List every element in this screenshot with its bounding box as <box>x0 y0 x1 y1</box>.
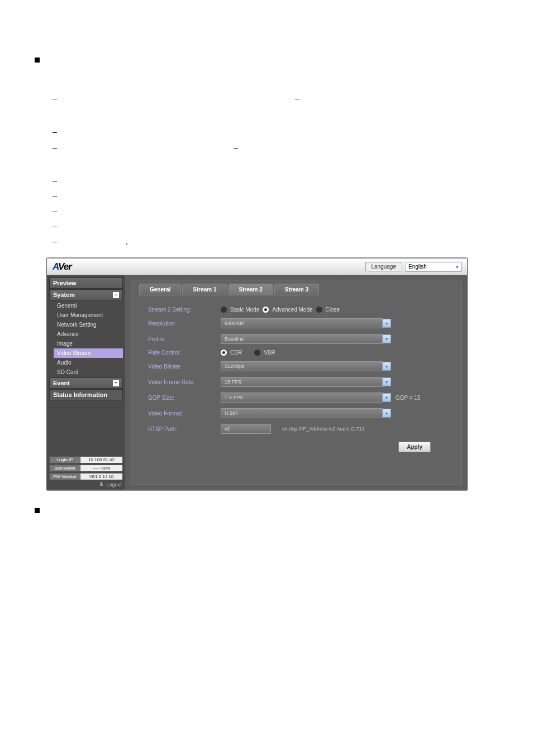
dash-icon <box>53 227 57 227</box>
label-rtsp: RTSP Path: <box>148 426 221 432</box>
system-label: System <box>53 291 75 298</box>
header-bar: AVer Language English ▾ <box>47 259 467 275</box>
sidebar-footer: Login IP 10.100.91.42 Bandwidth ----- Kb… <box>49 455 123 490</box>
label-profile: Profile: <box>148 336 221 342</box>
select-resolution[interactable]: 640x480 <box>221 318 383 328</box>
select-bitrate[interactable]: 512Kbps <box>221 361 383 371</box>
tab-stream3[interactable]: Stream 3 <box>274 284 319 295</box>
sidebar-event[interactable]: Event + <box>49 377 123 389</box>
row-rtsp: RTSP Path: v2 ex:rtsp://IP_Address /v2 A… <box>148 424 453 434</box>
sidebar-item-advance[interactable]: Advance <box>54 329 123 339</box>
row-format: Video Format: H.264 ▾ <box>148 408 453 418</box>
dash-icon <box>295 99 299 99</box>
row-setting: Stream 2 Setting: Basic Mode Advanced Mo… <box>148 307 453 313</box>
label-setting: Stream 2 Setting: <box>148 307 221 313</box>
select-gop[interactable]: 1 X FPS <box>221 393 383 403</box>
language-area: Language English ▾ <box>365 262 462 272</box>
gop-value: 1 X FPS <box>225 395 244 400</box>
radio-group-setting: Basic Mode Advanced Mode Close <box>221 307 340 313</box>
chevron-down-icon[interactable]: ▾ <box>382 377 391 386</box>
radio-vbr[interactable] <box>254 350 260 356</box>
apply-button[interactable]: Apply <box>398 442 431 452</box>
row-fps: Video Frame Rate: 15 FPS ▾ <box>148 377 453 387</box>
tab-stream2[interactable]: Stream 2 <box>229 284 273 295</box>
stat-value: 10.100.91.42 <box>80 456 123 463</box>
label-format: Video Format: <box>148 410 221 417</box>
plus-icon: + <box>113 380 119 386</box>
tabs: General Stream 1 Stream 2 Stream 3 <box>131 280 461 295</box>
select-format[interactable]: H.264 <box>221 408 383 418</box>
stat-value: VE1.0.14.10 <box>80 473 123 480</box>
sidebar-item-sd-card[interactable]: SD Card <box>54 367 123 377</box>
select-profile[interactable]: Baseline <box>221 334 383 344</box>
dash-icon <box>53 242 57 242</box>
chevron-down-icon[interactable]: ▾ <box>382 393 391 402</box>
sidebar-item-general[interactable]: General <box>54 301 123 310</box>
radio-close[interactable] <box>316 307 322 313</box>
sidebar-item-user-management[interactable]: User Management <box>54 310 123 320</box>
bullet-icon <box>35 58 40 63</box>
sidebar-item-audio[interactable]: Audio <box>54 358 123 367</box>
dash-icon <box>53 181 57 181</box>
dash-icon <box>234 148 238 149</box>
radio-advanced[interactable] <box>263 307 269 313</box>
dash-icon <box>53 148 57 149</box>
dash-icon <box>53 132 57 133</box>
chevron-down-icon[interactable]: ▾ <box>382 409 391 418</box>
sidebar: Preview System − General User Management… <box>47 275 125 490</box>
sidebar-preview[interactable]: Preview <box>49 277 123 289</box>
content: General Stream 1 Stream 2 Stream 3 Strea… <box>125 275 467 490</box>
radio-basic[interactable] <box>221 307 227 313</box>
input-rtsp[interactable]: v2 <box>221 424 271 434</box>
radio-group-rate: CBR VBR <box>221 350 275 356</box>
label-gop: GOP Size: <box>148 395 221 401</box>
sidebar-status-info[interactable]: Status Information <box>49 389 123 400</box>
tab-stream1[interactable]: Stream 1 <box>182 284 227 295</box>
chevron-down-icon[interactable]: ▾ <box>382 334 391 343</box>
radio-cbr[interactable] <box>221 350 227 356</box>
language-value: English <box>408 264 427 270</box>
logout-button[interactable]: Logout <box>49 481 123 487</box>
form-area: Stream 2 Setting: Basic Mode Advanced Mo… <box>131 295 461 458</box>
app-window: AVer Language English ▾ Preview System −… <box>46 257 468 491</box>
row-bitrate: Video Bitrate: 512Kbps ▾ <box>148 361 453 371</box>
language-label: Language <box>365 262 403 271</box>
chevron-down-icon[interactable]: ▾ <box>382 319 391 328</box>
stat-bandwidth: Bandwidth ----- Kb/s <box>49 465 123 472</box>
rtsp-hint: ex:rtsp://IP_Address /v2 Audio:G.711 <box>282 426 365 432</box>
row-rate: Rate Control: CBR VBR <box>148 350 453 356</box>
stat-label: Login IP <box>49 456 80 463</box>
bullet-icon <box>35 508 40 513</box>
main-area: Preview System − General User Management… <box>47 275 467 490</box>
select-fps[interactable]: 15 FPS <box>221 377 383 387</box>
stat-login-ip: Login IP 10.100.91.42 <box>49 456 123 463</box>
event-label: Event <box>53 380 70 386</box>
sidebar-system[interactable]: System − <box>49 289 123 300</box>
label-fps: Video Frame Rate: <box>148 379 221 385</box>
logo-v: V <box>58 261 64 272</box>
label-rate: Rate Control: <box>148 350 221 356</box>
row-resolution: Resolution: 640x480 ▾ <box>148 318 453 328</box>
stat-fw-version: FW Version VE1.0.14.10 <box>49 473 123 480</box>
status-label: Status Information <box>53 391 107 398</box>
stat-value: ----- Kb/s <box>80 465 123 472</box>
chevron-down-icon[interactable]: ▾ <box>382 362 391 371</box>
label-resolution: Resolution: <box>148 320 221 327</box>
label-bitrate: Video Bitrate: <box>148 363 221 370</box>
format-value: H.264 <box>225 410 238 416</box>
sidebar-item-image[interactable]: Image <box>54 339 123 348</box>
opt-advanced: Advanced Mode <box>272 307 312 313</box>
sidebar-item-video-stream[interactable]: Video Stream <box>54 348 123 358</box>
language-select[interactable]: English ▾ <box>406 262 461 272</box>
sidebar-item-network-setting[interactable]: Network Setting <box>54 320 123 329</box>
logo-er: er <box>64 261 72 272</box>
content-panel: General Stream 1 Stream 2 Stream 3 Strea… <box>131 280 461 485</box>
opt-close: Close <box>326 307 340 313</box>
stat-label: FW Version <box>49 473 80 480</box>
row-profile: Profile: Baseline ▾ <box>148 334 453 344</box>
logo: AVer <box>53 261 72 272</box>
minus-icon: − <box>113 292 119 298</box>
logout-label: Logout <box>106 482 122 487</box>
tab-general[interactable]: General <box>139 284 181 295</box>
row-gop: GOP Size: 1 X FPS ▾ GOP = 15 <box>148 393 453 403</box>
